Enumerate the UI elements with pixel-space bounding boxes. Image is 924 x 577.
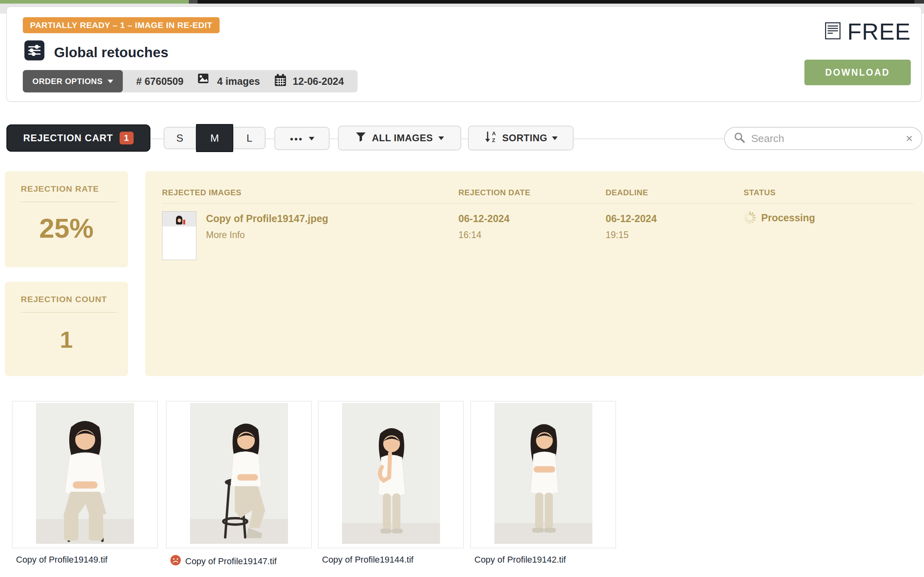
image-filter-button[interactable]: ALL IMAGES [338, 126, 461, 150]
deadline-date-value: 06-12-2024 [606, 213, 657, 224]
photo-thumbnail[interactable] [12, 401, 158, 548]
price-label: FREE [847, 18, 911, 45]
search-input[interactable] [751, 132, 900, 145]
divider [21, 312, 117, 313]
search-box[interactable]: × [724, 127, 922, 150]
page-title: Global retouches [54, 44, 168, 60]
search-clear-icon[interactable]: × [906, 132, 913, 144]
rejection-count-value: 1 [5, 326, 128, 353]
top-progress-bar [0, 0, 924, 4]
rejection-date-value: 06-12-2024 [458, 213, 510, 224]
gallery-filename[interactable]: Copy of Profile19149.tif [16, 555, 108, 565]
chevron-down-icon [108, 80, 113, 83]
gallery-filename[interactable]: Copy of Profile19144.tif [322, 555, 414, 565]
invoice-icon [825, 22, 841, 41]
order-header-card: PARTIALLY READY – 1 – IMAGE IN RE-EDIT G… [6, 6, 922, 102]
gallery-filename[interactable]: Copy of Profile19147.tif [185, 556, 277, 567]
size-option-medium-selected[interactable]: M [196, 124, 233, 152]
sort-az-icon: A Z [484, 130, 498, 146]
status-processing-label: Processing [761, 212, 815, 224]
svg-text:A: A [492, 130, 496, 136]
rejection-cart-button[interactable]: REJECTION CART 1 [6, 124, 150, 152]
rejection-time-value: 16:14 [458, 230, 482, 240]
images-stack-icon [197, 73, 212, 90]
thumb-red-marker [183, 220, 185, 224]
calendar-icon [274, 73, 287, 89]
photo-thumbnail[interactable] [166, 401, 312, 548]
divider [162, 203, 914, 204]
column-header-rejection-date: REJECTION DATE [458, 188, 530, 197]
ellipsis-icon: ●●● [290, 135, 303, 142]
order-options-button[interactable]: ORDER OPTIONS [23, 70, 123, 92]
photo-thumbnail[interactable] [470, 401, 616, 548]
download-button[interactable]: DOWNLOAD [804, 60, 911, 85]
chevron-down-icon [309, 137, 314, 140]
status-cell: Processing [744, 211, 815, 224]
more-options-button[interactable]: ●●● [274, 127, 330, 150]
thumbnail-preview [162, 212, 196, 226]
funnel-icon [355, 131, 366, 145]
rejected-filename-link[interactable]: Copy of Profile19147.jpeg [206, 213, 328, 224]
order-info-bar: ORDER OPTIONS # 6760509 4 images [23, 70, 358, 92]
column-header-deadline: DEADLINE [606, 188, 648, 197]
photo-thumbnail[interactable] [318, 401, 464, 548]
gallery-card: Copy of Profile19142.tif [470, 401, 616, 565]
order-image-count: 4 images [197, 73, 260, 90]
filter-label: ALL IMAGES [372, 132, 433, 144]
more-info-link[interactable]: More Info [206, 230, 245, 240]
rejected-image-thumbnail[interactable] [162, 211, 196, 260]
processing-spinner-icon [744, 211, 756, 224]
gallery-card: Copy of Profile19147.tif [166, 401, 312, 568]
divider [21, 202, 117, 202]
rejection-cart-count-badge: 1 [120, 132, 134, 144]
column-header-status: STATUS [744, 188, 776, 197]
rejection-cart-label: REJECTION CART [23, 132, 113, 144]
gallery-filename[interactable]: Copy of Profile19142.tif [474, 555, 566, 565]
rejection-rate-panel: REJECTION RATE 25% [5, 171, 128, 267]
svg-text:Z: Z [492, 137, 495, 143]
size-option-small[interactable]: S [164, 127, 196, 149]
sorting-button[interactable]: A Z SORTING [468, 126, 574, 150]
photo-standing-chin [342, 403, 440, 544]
order-options-label: ORDER OPTIONS [32, 77, 103, 86]
gallery-card: Copy of Profile19149.tif [12, 401, 158, 565]
order-number: # 6760509 [136, 76, 184, 87]
rejected-face-icon [170, 555, 181, 568]
column-header-rejected-images: REJECTED IMAGES [162, 188, 242, 197]
rejection-count-panel: REJECTION COUNT 1 [5, 282, 128, 376]
retouch-sliders-icon [24, 40, 44, 60]
price-indicator: FREE [825, 18, 911, 45]
thumb-figure-face [178, 218, 181, 222]
photo-seated-chair [36, 403, 134, 544]
rejected-images-table: REJECTED IMAGES REJECTION DATE DEADLINE … [145, 171, 924, 376]
order-date: 12-06-2024 [274, 73, 344, 89]
deadline-time-value: 19:15 [606, 230, 629, 240]
gallery-card: Copy of Profile19144.tif [318, 401, 464, 565]
progress-end-cap [914, 0, 924, 4]
progress-dark-segment [198, 0, 914, 4]
photo-standing-arms-crossed [494, 403, 592, 544]
sorting-label: SORTING [502, 132, 548, 144]
search-icon [734, 132, 746, 145]
chevron-down-icon [552, 136, 558, 140]
order-status-badge: PARTIALLY READY – 1 – IMAGE IN RE-EDIT [23, 17, 220, 33]
size-option-large[interactable]: L [233, 127, 266, 149]
chevron-down-icon [438, 136, 444, 140]
rejection-count-label: REJECTION COUNT [5, 282, 128, 304]
rejection-rate-label: REJECTION RATE [5, 171, 128, 194]
progress-green-segment [0, 0, 189, 4]
photo-seated-stool [190, 403, 288, 544]
progress-notch [189, 0, 198, 4]
rejection-rate-value: 25% [5, 212, 128, 244]
